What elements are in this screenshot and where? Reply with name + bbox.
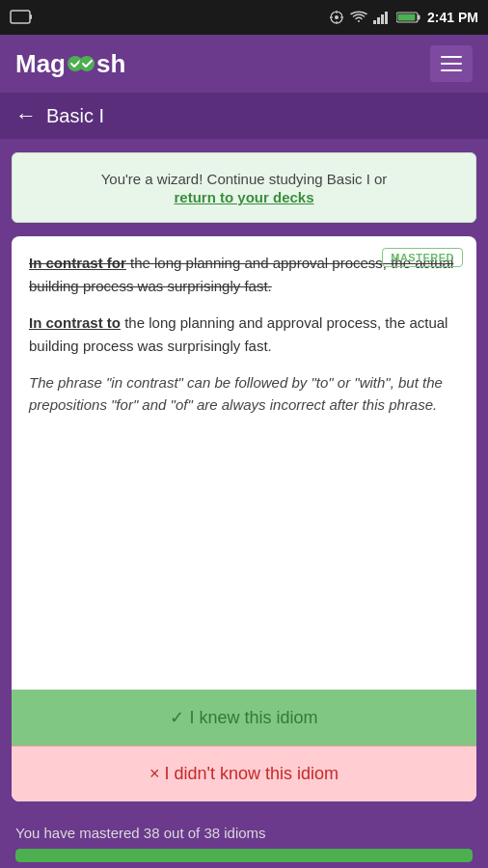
wizard-banner: You're a wizard! Continue studying Basic… (12, 152, 476, 223)
progress-bar-background (15, 849, 473, 862)
correct-sentence: In contrast to the long planning and app… (29, 312, 459, 358)
svg-point-3 (335, 15, 339, 19)
status-time: 2:41 PM (427, 10, 478, 25)
knew-idiom-button[interactable]: ✓ I knew this idiom (12, 690, 476, 746)
correct-sentence-bold: In contrast to (29, 314, 121, 331)
app-logo: Mag sh (15, 49, 125, 79)
back-button[interactable]: ← (15, 103, 37, 128)
battery-icon (396, 11, 421, 24)
mastered-badge: MASTERED (382, 248, 463, 267)
explanation-text: The phrase "in contrast" can be followed… (29, 371, 459, 417)
svg-rect-0 (11, 11, 30, 23)
status-right-icons: 2:41 PM (329, 10, 478, 25)
wizard-main-text: You're a wizard! Continue studying Basic… (101, 171, 388, 187)
menu-button[interactable] (430, 45, 473, 82)
flashcard: MASTERED In contrast for the long planni… (12, 236, 476, 801)
didnt-know-x: × (149, 764, 160, 783)
menu-line-3 (441, 69, 462, 71)
logo-check-icon (68, 54, 95, 73)
status-left-icons (10, 10, 33, 25)
svg-rect-11 (385, 12, 388, 24)
svg-rect-1 (30, 14, 32, 19)
knew-text: I knew this idiom (184, 708, 317, 727)
footer: You have mastered 38 out of 38 idioms (0, 815, 488, 868)
wrong-sentence-bold: In contrast for (29, 255, 126, 271)
menu-line-1 (441, 56, 462, 58)
didnt-know-idiom-label: × I didn't know this idiom (149, 764, 339, 783)
svg-rect-9 (377, 17, 380, 24)
didnt-know-text: I didn't know this idiom (159, 764, 339, 783)
nav-bar: ← Basic I (0, 93, 488, 139)
signal-icon (373, 11, 391, 24)
menu-line-2 (441, 63, 462, 65)
svg-rect-10 (381, 14, 384, 24)
return-to-decks-link[interactable]: return to your decks (174, 189, 313, 205)
svg-point-16 (79, 56, 95, 71)
gps-icon (329, 10, 344, 25)
svg-rect-8 (373, 20, 376, 24)
main-content: You're a wizard! Continue studying Basic… (0, 139, 488, 815)
knew-checkmark: ✓ (170, 708, 184, 727)
page-title: Basic I (46, 105, 104, 127)
logo-part-a: Mag (15, 49, 66, 79)
status-bar: 2:41 PM (0, 0, 488, 35)
didnt-know-idiom-button[interactable]: × I didn't know this idiom (12, 746, 476, 801)
svg-rect-14 (398, 14, 416, 21)
progress-bar-fill (15, 849, 473, 862)
logo-part-b: sh (96, 49, 125, 79)
app-header: Mag sh (0, 35, 488, 93)
mastery-text: You have mastered 38 out of 38 idioms (15, 825, 473, 841)
knew-idiom-label: ✓ I knew this idiom (170, 708, 317, 727)
svg-rect-13 (418, 15, 420, 20)
card-content: MASTERED In contrast for the long planni… (12, 236, 476, 690)
wifi-icon (350, 11, 367, 24)
screen-icon (10, 10, 33, 25)
